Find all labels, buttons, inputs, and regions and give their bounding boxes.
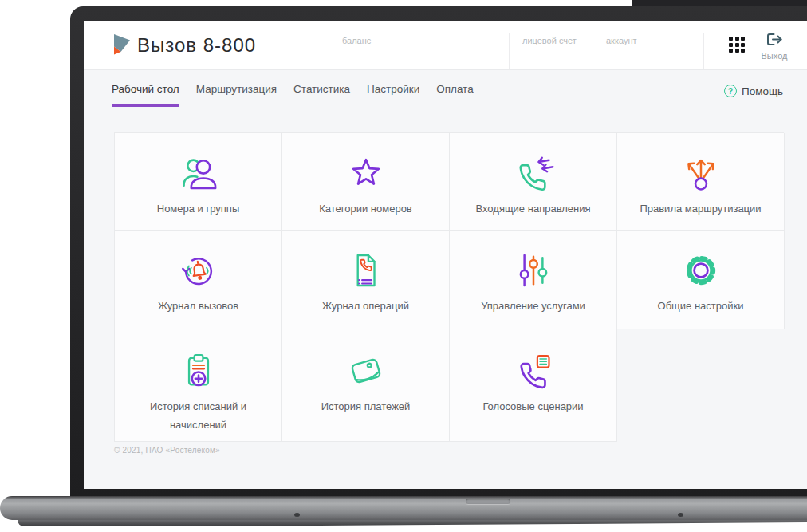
card-call-log[interactable]: Журнал вызовов [115,231,282,329]
laptop-mockup: Вызов 8-800 баланс лицевой счет аккаунт [0,0,807,532]
card-label: Голосовые сценарии [468,397,597,416]
brand-logo-icon [112,33,132,58]
card-operations-log[interactable]: Журнал операций [282,231,450,329]
phone-script-icon [513,349,554,393]
card-services-management[interactable]: Управление услугами [450,231,617,329]
phone-document-icon [345,248,387,293]
card-numbers-and-groups[interactable]: Номера и группы [115,133,282,231]
laptop-base [0,496,807,520]
account-field-label: аккаунт [606,36,637,45]
users-icon [178,151,219,195]
card-label: Общие настройки [644,297,758,315]
card-label: Категории номеров [305,199,427,218]
card-voice-scenarios[interactable]: Голосовые сценарии [450,329,617,442]
tab-settings[interactable]: Настройки [367,83,419,107]
help-label: Помощь [742,85,783,97]
laptop-lid-notch [466,499,510,504]
divider [509,33,510,69]
help-question-icon [724,85,737,97]
tab-routing[interactable]: Маршрутизация [196,83,277,107]
divider [329,33,329,69]
bell-redial-icon [178,248,219,293]
tab-statistics[interactable]: Статистика [293,83,350,107]
card-incoming-directions[interactable]: Входящие направления [450,133,617,231]
card-label: Журнал операций [308,297,423,315]
sliders-icon [513,248,554,293]
phone-incoming-icon [513,151,554,195]
laptop-screen-bezel: Вызов 8-800 баланс лицевой счет аккаунт [70,6,807,496]
laptop-base-dot [294,513,300,517]
card-label: Журнал вызовов [144,297,253,315]
card-label: История платежей [307,397,425,416]
help-link[interactable]: Помощь [724,85,783,97]
card-label: Входящие направления [461,199,604,218]
tab-desktop[interactable]: Рабочий стол [112,83,179,107]
apps-grid-icon[interactable] [729,37,746,54]
card-label: Номера и группы [143,199,254,218]
app-header: Вызов 8-800 баланс лицевой счет аккаунт [84,21,807,70]
laptop-base-dot [678,513,683,517]
card-payments-history[interactable]: История платежей [282,329,450,442]
app-body: Рабочий стол Маршрутизация Статистика На… [84,70,807,489]
star-icon [345,151,387,195]
app-window: Вызов 8-800 баланс лицевой счет аккаунт [84,21,807,489]
card-label: Управление услугами [466,297,600,315]
laptop-base-edge [18,520,807,526]
card-general-settings[interactable]: Общие настройки [617,231,785,329]
app-title: Вызов 8-800 [137,34,256,57]
copyright-text: © 2021, ПАО «Ростелеком» [114,446,220,455]
logout-label: Выход [750,51,798,61]
card-number-categories[interactable]: Категории номеров [282,133,450,231]
card-label: История списаний и начислений [115,397,281,435]
divider [592,33,592,69]
grid-cell-empty [617,329,785,442]
tab-payment[interactable]: Оплата [436,83,473,107]
balance-field-label: баланс [342,36,371,45]
gear-icon [680,248,722,293]
clipboard-plus-icon [178,349,219,393]
card-routing-rules[interactable]: Правила маршрутизации [617,133,785,231]
logout-icon [766,33,782,46]
card-label: Правила маршрутизации [625,199,775,218]
wallet-icon [345,349,387,393]
main-nav-tabs: Рабочий стол Маршрутизация Статистика На… [112,83,474,107]
divider [703,33,704,69]
card-charges-history[interactable]: История списаний и начислений [115,329,282,442]
personal-account-field-label: лицевой счет [522,36,577,45]
logout-button[interactable]: Выход [750,33,798,61]
route-split-icon [680,151,722,195]
dashboard-grid: Номера и группы Категории номеров [114,132,784,442]
